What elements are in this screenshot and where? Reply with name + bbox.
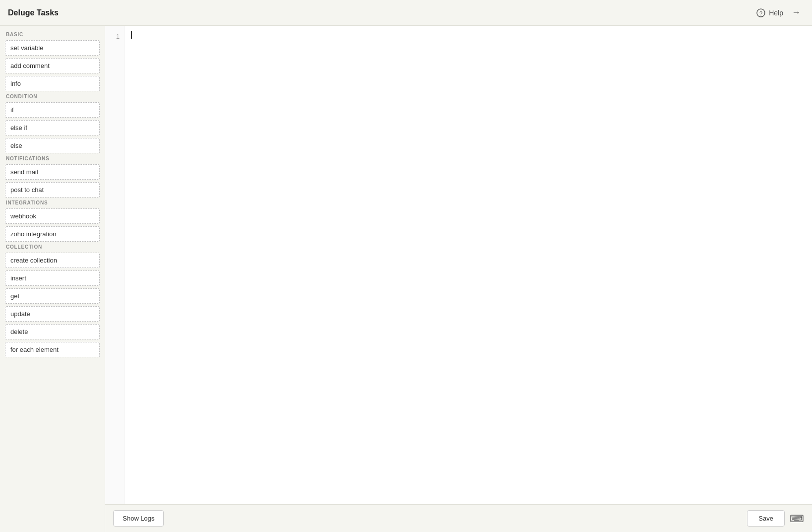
- sidebar-item-get[interactable]: get: [5, 288, 100, 304]
- section-label-condition: CONDITION: [5, 94, 100, 99]
- bottom-bar: Show Logs Save ⌨: [105, 504, 812, 532]
- code-input-area[interactable]: [125, 26, 812, 504]
- section-label-collection: COLLECTION: [5, 244, 100, 250]
- sidebar-item-if[interactable]: if: [5, 102, 100, 118]
- section-collection: COLLECTION create collection insert get …: [5, 244, 100, 357]
- arrow-right-icon: →: [792, 7, 801, 18]
- app-title: Deluge Tasks: [8, 8, 59, 17]
- show-logs-button[interactable]: Show Logs: [113, 510, 164, 527]
- help-button[interactable]: ? Help: [756, 8, 783, 18]
- sidebar-item-update[interactable]: update: [5, 306, 100, 322]
- sidebar-item-zoho-integration[interactable]: zoho integration: [5, 226, 100, 242]
- sidebar-item-insert[interactable]: insert: [5, 270, 100, 286]
- section-integrations: INTEGRATIONS webhook zoho integration: [5, 200, 100, 242]
- line-number-1: 1: [105, 31, 125, 43]
- sidebar-item-delete[interactable]: delete: [5, 324, 100, 339]
- sidebar-item-for-each-element[interactable]: for each element: [5, 342, 100, 357]
- section-label-integrations: INTEGRATIONS: [5, 200, 100, 205]
- bottom-left: Show Logs: [113, 510, 164, 527]
- editor-area: 1 Show Logs Save ⌨: [105, 26, 812, 532]
- sidebar-item-else[interactable]: else: [5, 138, 100, 153]
- text-cursor: [131, 31, 132, 39]
- section-condition: CONDITION if else if else: [5, 94, 100, 153]
- sidebar-item-send-mail[interactable]: send mail: [5, 164, 100, 180]
- sidebar-item-webhook[interactable]: webhook: [5, 208, 100, 224]
- header-right: ? Help →: [756, 5, 804, 21]
- sidebar-item-post-to-chat[interactable]: post to chat: [5, 182, 100, 198]
- bottom-right: Save ⌨: [747, 510, 804, 527]
- sidebar-item-add-comment[interactable]: add comment: [5, 58, 100, 73]
- sidebar-item-set-variable[interactable]: set variable: [5, 40, 100, 56]
- sidebar-item-info[interactable]: info: [5, 76, 100, 91]
- sidebar-item-create-collection[interactable]: create collection: [5, 253, 100, 268]
- sidebar-item-else-if[interactable]: else if: [5, 120, 100, 135]
- header: Deluge Tasks ? Help →: [0, 0, 812, 26]
- section-notifications: NOTIFICATIONS send mail post to chat: [5, 156, 100, 198]
- help-label: Help: [769, 9, 783, 17]
- main-layout: BASIC set variable add comment info COND…: [0, 26, 812, 532]
- collapse-right-button[interactable]: →: [788, 5, 804, 21]
- section-basic: BASIC set variable add comment info: [5, 32, 100, 91]
- section-label-basic: BASIC: [5, 32, 100, 37]
- svg-text:?: ?: [759, 10, 762, 16]
- keyboard-icon[interactable]: ⌨: [790, 513, 804, 525]
- help-icon: ?: [756, 8, 766, 18]
- save-button[interactable]: Save: [747, 510, 785, 527]
- line-numbers: 1: [105, 26, 125, 504]
- section-label-notifications: NOTIFICATIONS: [5, 156, 100, 161]
- sidebar: BASIC set variable add comment info COND…: [0, 26, 105, 532]
- editor-content: 1: [105, 26, 812, 504]
